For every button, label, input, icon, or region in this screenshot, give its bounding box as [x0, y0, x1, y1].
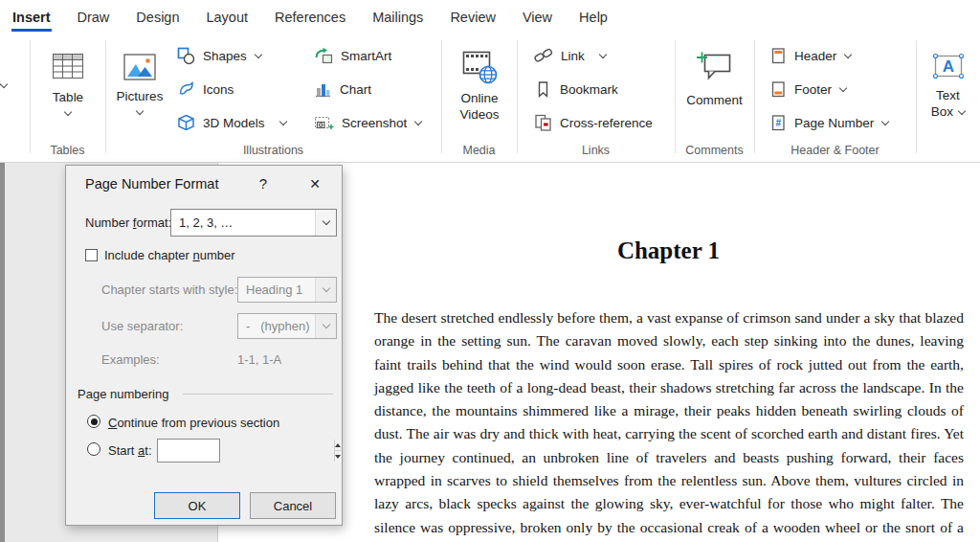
tab-review[interactable]: Review: [449, 4, 497, 31]
screenshot-button[interactable]: Screenshot: [314, 112, 421, 133]
bookmark-button[interactable]: Bookmark: [534, 79, 653, 100]
footer-button-label: Footer: [794, 82, 832, 97]
smartart-icon: [314, 47, 333, 65]
cross-reference-button-label: Cross-reference: [560, 116, 653, 130]
chevron-down-icon: [414, 117, 422, 124]
link-icon: [534, 47, 553, 64]
icons-button[interactable]: Icons: [177, 79, 286, 100]
footer-button[interactable]: Footer: [769, 79, 888, 100]
pictures-icon: [122, 53, 157, 82]
online-videos-label-line2: Videos: [459, 106, 499, 123]
continue-previous-section-label[interactable]: Continue from previous section: [108, 416, 279, 430]
group-label-media: Media: [441, 144, 517, 157]
use-separator-select: - (hyphen): [237, 313, 337, 339]
help-button[interactable]: ?: [254, 174, 273, 193]
document-paragraph: The desert stretched endlessly before th…: [374, 306, 964, 542]
comment-button-label: Comment: [686, 92, 743, 108]
ribbon-group-media: Online Videos Media: [441, 34, 517, 162]
close-icon[interactable]: ✕: [305, 174, 324, 193]
examples-value: 1-1, 1-A: [237, 352, 281, 367]
tab-references[interactable]: References: [274, 4, 346, 31]
screenshot-button-label: Screenshot: [342, 116, 407, 130]
canvas-edge-strip: [0, 163, 5, 542]
online-videos-label-line1: Online: [460, 90, 498, 106]
chevron-down-icon: [599, 50, 607, 57]
3d-models-button[interactable]: 3D Models: [177, 112, 286, 133]
page-number-button[interactable]: # Page Number: [769, 112, 888, 133]
ribbon-group-comments: Comment Comments: [675, 34, 754, 162]
tab-design[interactable]: Design: [135, 4, 180, 31]
header-icon: [769, 47, 787, 65]
bookmark-icon: [534, 80, 552, 99]
dialog-title: Page Number Format: [85, 176, 218, 192]
chapter-style-select: Heading 1: [237, 277, 337, 303]
tab-help[interactable]: Help: [578, 4, 609, 31]
chevron-down-icon: [136, 107, 144, 115]
table-button-label: Table: [53, 89, 83, 105]
chevron-down-icon[interactable]: [0, 80, 8, 88]
include-chapter-number-checkbox[interactable]: [85, 249, 98, 261]
page-number-format-dialog: Page Number Format ? ✕ Number format: 1,…: [65, 165, 343, 526]
chart-button[interactable]: Chart: [314, 79, 421, 100]
footer-icon: [769, 80, 787, 99]
chevron-down-icon: [844, 50, 852, 57]
continue-previous-section-radio[interactable]: [87, 415, 100, 428]
shapes-button[interactable]: Shapes: [177, 45, 286, 66]
group-label-illustrations: Illustrations: [105, 144, 441, 157]
header-button[interactable]: Header: [769, 45, 888, 66]
include-chapter-number-label[interactable]: Include chapter number: [104, 248, 235, 262]
chevron-down-icon: [255, 50, 262, 57]
comment-button[interactable]: Comment: [679, 48, 749, 108]
start-at-input[interactable]: [158, 440, 334, 462]
cross-reference-button[interactable]: Cross-reference: [534, 112, 653, 133]
comment-icon: [694, 48, 736, 84]
icons-button-label: Icons: [203, 82, 234, 97]
tab-insert[interactable]: Insert: [11, 4, 52, 31]
page-number-icon: #: [769, 114, 787, 132]
header-button-label: Header: [794, 49, 836, 63]
tab-layout[interactable]: Layout: [205, 4, 249, 31]
smartart-button[interactable]: SmartArt: [314, 45, 421, 66]
start-at-radio[interactable]: [87, 442, 100, 456]
start-at-label[interactable]: Start at:: [108, 443, 152, 458]
document-heading: Chapter 1: [374, 237, 963, 264]
link-button[interactable]: Link: [534, 45, 653, 66]
tab-mailings[interactable]: Mailings: [371, 4, 424, 31]
pictures-button[interactable]: Pictures: [110, 53, 169, 114]
ok-button[interactable]: OK: [154, 492, 240, 519]
pictures-button-label: Pictures: [117, 88, 164, 104]
page-number-button-label: Page Number: [794, 116, 874, 130]
use-separator-value: - (hyphen): [238, 314, 315, 338]
number-format-value: 1, 2, 3, …: [171, 210, 315, 236]
ribbon: Table Tables Pictures: [0, 34, 980, 163]
link-button-label: Link: [561, 49, 585, 63]
ribbon-group-links: Link Bookmark C: [517, 34, 675, 162]
text-box-icon: A: [930, 51, 967, 81]
ribbon-group-header-footer: Header Footer #: [754, 34, 916, 162]
cancel-button[interactable]: Cancel: [250, 492, 336, 519]
number-format-select[interactable]: 1, 2, 3, …: [170, 209, 337, 237]
online-videos-icon: [459, 48, 500, 86]
spinner-down-button[interactable]: [335, 450, 341, 462]
tab-view[interactable]: View: [522, 4, 553, 31]
group-label-comments: Comments: [675, 144, 754, 157]
chevron-down-icon: [958, 106, 966, 114]
ribbon-group-tables: Table Tables: [30, 34, 105, 162]
cross-reference-icon: [534, 114, 552, 132]
screenshot-icon: [314, 114, 334, 132]
table-icon: [52, 51, 84, 81]
svg-text:#: #: [776, 118, 782, 128]
3d-models-icon: [177, 114, 195, 132]
chart-button-label: Chart: [340, 82, 371, 97]
tab-draw[interactable]: Draw: [77, 4, 111, 31]
ribbon-group-illustrations: Pictures Shapes I: [105, 34, 441, 162]
start-at-spinner: [157, 439, 220, 463]
shapes-button-label: Shapes: [203, 49, 247, 63]
online-videos-button[interactable]: Online Videos: [451, 48, 508, 123]
number-format-label: Number format:: [85, 215, 171, 230]
table-button[interactable]: Table: [40, 51, 96, 115]
text-box-button[interactable]: A Text Box: [922, 51, 974, 120]
spinner-up-button[interactable]: [335, 440, 341, 450]
chevron-down-icon: [64, 108, 72, 116]
group-label-links: Links: [517, 144, 675, 157]
